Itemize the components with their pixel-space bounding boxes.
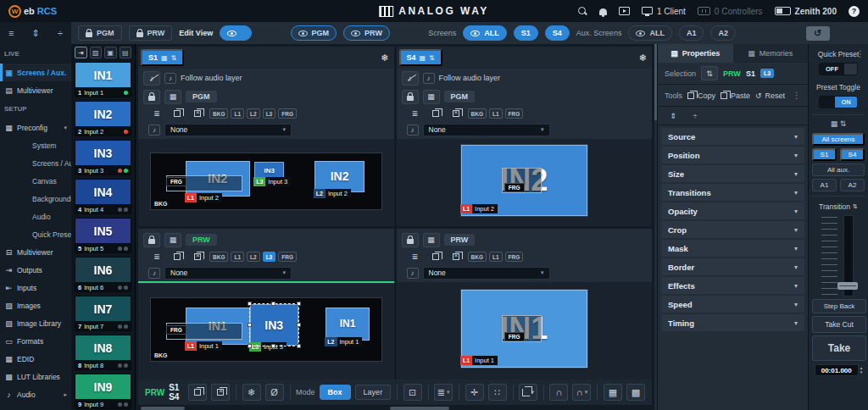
- input-tile[interactable]: IN6 6Input 6: [75, 257, 131, 292]
- one-to-one-button[interactable]: ∷: [488, 384, 507, 401]
- audio-source-dropdown[interactable]: None▾: [164, 267, 292, 280]
- lock-button[interactable]: [143, 233, 160, 247]
- layer-chip[interactable]: BKG: [209, 252, 228, 262]
- layer-box[interactable]: IN3 L3Input 3: [250, 304, 298, 346]
- accordion-section[interactable]: Transitions ▾: [661, 184, 804, 201]
- time-stepper[interactable]: ▴▾: [860, 366, 863, 374]
- layer-box[interactable]: IN2 L2Input 2: [314, 161, 365, 193]
- audio-source-dropdown[interactable]: None▾: [164, 124, 292, 136]
- transition-tbar[interactable]: [819, 215, 858, 296]
- clear-layers-button[interactable]: [189, 107, 206, 121]
- accordion-section[interactable]: Size ▾: [661, 165, 804, 182]
- layer-box[interactable]: IN3 L3Input 3: [254, 162, 284, 180]
- input-tile[interactable]: IN9 9Input 9: [75, 374, 131, 409]
- accordion-section[interactable]: Effects ▾: [661, 277, 804, 294]
- accordion-section[interactable]: Timing ▾: [661, 314, 804, 331]
- take-cut-button[interactable]: Take Cut: [812, 316, 866, 333]
- tab-memories[interactable]: ▦Memories: [733, 44, 809, 63]
- layer-chip[interactable]: L1: [489, 252, 503, 262]
- tab-screens[interactable]: ▣: [104, 47, 117, 58]
- layer-box[interactable]: IN1 FRG L1Input 1: [461, 290, 587, 368]
- preset-grid-button[interactable]: ▦: [164, 90, 181, 104]
- sidebar-item[interactable]: Screens / Aux.: [0, 154, 71, 172]
- clear-layers-button[interactable]: [189, 250, 206, 264]
- sidebar-item[interactable]: ▩ LUT Libraries: [0, 368, 71, 385]
- all-screens-button[interactable]: All screens: [812, 133, 865, 146]
- pattern-b-button[interactable]: ▩: [626, 384, 645, 401]
- crop-button[interactable]: ▾: [519, 384, 537, 401]
- layer-chip[interactable]: L1: [231, 252, 244, 262]
- quick-preset-toggle[interactable]: OFF: [819, 63, 858, 75]
- device-status[interactable]: Zenith 200: [775, 7, 837, 16]
- help-button[interactable]: ?: [849, 6, 860, 17]
- sidebar-item[interactable]: ♪ Audio ▸: [0, 385, 71, 403]
- input-tile[interactable]: IN1 1Input 1: [75, 62, 131, 97]
- tab-aux[interactable]: ▤: [120, 47, 132, 58]
- layer-chip[interactable]: BKG: [209, 108, 228, 119]
- sidebar-item[interactable]: ▤ Multiviewer: [0, 81, 71, 99]
- sidebar-item[interactable]: ▨ Images: [0, 296, 71, 314]
- align-vertical-icon[interactable]: ⇕: [665, 108, 682, 123]
- layer-chip[interactable]: L1: [489, 108, 503, 119]
- distribute-icon[interactable]: ÷: [58, 28, 63, 38]
- more-menu-icon[interactable]: ⋮: [856, 49, 865, 58]
- layers-icon[interactable]: ≣: [148, 107, 165, 121]
- accordion-section[interactable]: Position ▾: [661, 147, 804, 163]
- tab-inputs[interactable]: ⇥: [75, 47, 87, 58]
- aux-a2-button[interactable]: A2: [710, 25, 736, 41]
- copy-button[interactable]: Copy: [687, 91, 715, 100]
- sidebar-item[interactable]: ▦ Preconfig ▾: [0, 119, 71, 136]
- layer-chip[interactable]: L3: [263, 252, 276, 262]
- copy-layers-button[interactable]: [169, 107, 186, 121]
- layers-icon[interactable]: ≣: [407, 107, 424, 121]
- input-tile[interactable]: IN4 4Input 4: [75, 179, 131, 214]
- layer-chip[interactable]: FRG: [278, 108, 297, 119]
- cast-icon[interactable]: [619, 7, 630, 15]
- search-icon[interactable]: [578, 7, 587, 16]
- sidebar-item[interactable]: Audio: [0, 208, 71, 225]
- layer-chip[interactable]: L2: [247, 108, 260, 119]
- layer-chip[interactable]: L2: [247, 252, 260, 262]
- sidebar-item[interactable]: ▭ Formats: [0, 332, 71, 350]
- clear-preset-button[interactable]: [211, 384, 230, 401]
- reset-button[interactable]: ↺Reset: [755, 91, 785, 100]
- reset-view-button[interactable]: ↺: [806, 26, 830, 41]
- step-back-button[interactable]: Step Back: [812, 299, 866, 313]
- accordion-section[interactable]: Mask ▾: [661, 240, 804, 257]
- accordion-section[interactable]: Source ▾: [661, 128, 804, 145]
- sidebar-item[interactable]: ▧ Image Library: [0, 314, 71, 332]
- input-tile[interactable]: IN7 7Input 7: [75, 296, 131, 331]
- lock-button[interactable]: [402, 90, 419, 104]
- layer-chip[interactable]: L3: [263, 108, 276, 119]
- accordion-section[interactable]: Speed ▾: [661, 296, 804, 313]
- take-a1-button[interactable]: A1: [812, 179, 837, 191]
- sidebar-item[interactable]: System: [0, 136, 71, 154]
- take-s4-button[interactable]: S4: [840, 148, 865, 161]
- screen-s4-button[interactable]: S4: [545, 25, 570, 41]
- sidebar-item[interactable]: Backgrounds: [0, 190, 71, 208]
- layer-chip[interactable]: FRG: [505, 108, 524, 119]
- align-center-icon[interactable]: ⇕: [32, 28, 40, 39]
- sidebar-item[interactable]: ▦ EDID: [0, 350, 71, 368]
- sidebar-item[interactable]: ⇤ Inputs: [0, 279, 71, 296]
- freeze-icon[interactable]: ❄: [639, 53, 647, 64]
- transition-preset-b-button[interactable]: ∩▾: [572, 384, 591, 401]
- blank-button[interactable]: Ø: [265, 384, 284, 401]
- mode-box-button[interactable]: Box: [320, 385, 351, 400]
- layer-chip[interactable]: FRG: [278, 252, 297, 262]
- audio-source-dropdown[interactable]: None▾: [423, 267, 550, 280]
- horizontal-scrollbar[interactable]: [390, 407, 449, 410]
- box-select-button[interactable]: ⊡: [403, 384, 422, 401]
- screens-all-button[interactable]: ALL: [463, 25, 507, 41]
- take-a2-button[interactable]: A2: [840, 179, 865, 191]
- distribute-icon[interactable]: ÷: [687, 108, 704, 123]
- all-aux-button[interactable]: All aux.: [812, 163, 865, 176]
- accordion-section[interactable]: Border ▾: [661, 258, 804, 275]
- input-tile[interactable]: IN3 3Input 3: [75, 140, 131, 175]
- sidebar-item[interactable]: Canvas: [0, 172, 71, 190]
- lock-button[interactable]: [143, 90, 160, 104]
- layers-icon[interactable]: ≣: [407, 250, 424, 264]
- preset-grid-button[interactable]: ▦: [164, 233, 181, 247]
- edit-view-toggle[interactable]: [220, 25, 252, 41]
- pattern-a-button[interactable]: ▦: [604, 384, 622, 401]
